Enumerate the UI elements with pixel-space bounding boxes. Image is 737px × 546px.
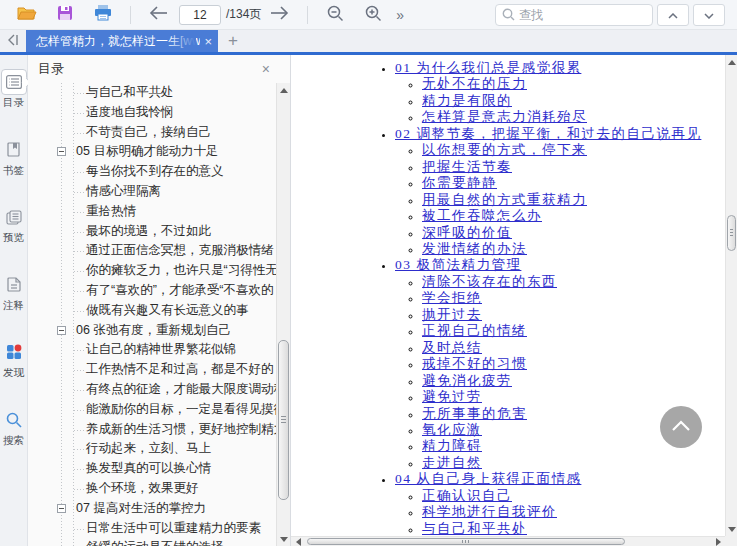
- sidebar-item-toc[interactable]: 目录: [0, 69, 27, 109]
- toc-scroll-thumb[interactable]: [278, 340, 289, 500]
- doc-outline-link[interactable]: 01 为什么我们总是感觉很累: [395, 60, 581, 75]
- doc-outline-link[interactable]: 精力是有限的: [422, 93, 512, 108]
- toc-item[interactable]: 每当你找不到存在的意义: [28, 162, 276, 182]
- doc-outline-link[interactable]: 无处不在的压力: [422, 76, 527, 91]
- toc-item[interactable]: 养成新的生活习惯，更好地控制精力: [28, 420, 276, 440]
- page-number-input[interactable]: [179, 5, 221, 25]
- document-horizontal-scrollbar[interactable]: [291, 536, 725, 546]
- sidebar-item-preview[interactable]: 预览: [0, 204, 27, 244]
- toc-item[interactable]: 有了“喜欢的”，才能承受“不喜欢的: [28, 281, 276, 301]
- toc-item[interactable]: 有终点的征途，才能最大限度调动积极: [28, 380, 276, 400]
- toc-collapse-icon[interactable]: [57, 504, 66, 513]
- search-input[interactable]: [519, 8, 646, 22]
- sidebar-item-discover[interactable]: 发现: [0, 339, 27, 379]
- toc-item[interactable]: 重拾热情: [28, 202, 276, 222]
- document-tab[interactable]: 怎样管精力，就怎样过一生[www ×: [26, 30, 218, 52]
- toc-item-label: 行动起来，立刻、马上: [86, 441, 211, 455]
- save-button[interactable]: [52, 3, 78, 27]
- doc-outline-link[interactable]: 无所事事的危害: [422, 406, 527, 421]
- doc-outline-link[interactable]: 怎样算是意志力消耗殆尽: [422, 109, 587, 124]
- doc-outline-link[interactable]: 避免过劳: [422, 389, 482, 404]
- doc-outline-link[interactable]: 深呼吸的价值: [422, 225, 512, 240]
- doc-outline-link[interactable]: 发泄情绪的办法: [422, 241, 527, 256]
- doc-outline-link[interactable]: 被工作吞噬怎么办: [422, 208, 542, 223]
- doc-outline-link[interactable]: 氧化应激: [422, 422, 482, 437]
- find-previous-button[interactable]: [657, 4, 689, 26]
- toc-tree-connector: [74, 430, 84, 431]
- toc-item[interactable]: 不苛责自己，接纳自己: [28, 123, 276, 143]
- sidebar-item-note[interactable]: 注释: [0, 272, 27, 312]
- doc-scroll-thumb[interactable]: [727, 215, 736, 251]
- sidebar-item-bookmark[interactable]: 书签: [0, 137, 27, 177]
- zoom-out-button[interactable]: [322, 3, 348, 27]
- toc-item[interactable]: 06 张弛有度，重新规划自己: [28, 321, 276, 341]
- toc-collapse-icon[interactable]: [57, 326, 66, 335]
- toc-item[interactable]: 05 目标明确才能动力十足: [28, 142, 276, 162]
- doc-outline-link[interactable]: 抛开过去: [422, 307, 482, 322]
- doc-outline-link[interactable]: 04 从自己身上获得正面情感: [395, 471, 581, 486]
- toolbar-overflow-button[interactable]: »: [396, 7, 404, 23]
- doc-outline-link[interactable]: 学会拒绝: [422, 290, 482, 305]
- open-file-button[interactable]: [14, 3, 40, 27]
- find-next-button[interactable]: [693, 4, 725, 26]
- toc-item[interactable]: 最坏的境遇，不过如此: [28, 222, 276, 242]
- doc-outline-link[interactable]: 戒掉不好的习惯: [422, 356, 527, 371]
- doc-outline-link[interactable]: 正视自己的情绪: [422, 323, 527, 338]
- toc-item[interactable]: 07 提高对生活的掌控力: [28, 499, 276, 519]
- toc-item[interactable]: 适度地自我怜悯: [28, 103, 276, 123]
- zoom-in-button[interactable]: [360, 3, 386, 27]
- toc-scrollbar[interactable]: [276, 83, 290, 546]
- doc-outline-link[interactable]: 清除不该存在的东西: [422, 274, 557, 289]
- toc-item-label: 养成新的生活习惯，更好地控制精力: [86, 422, 276, 436]
- document-vertical-scrollbar[interactable]: [725, 55, 737, 536]
- doc-scroll-down-arrow[interactable]: [726, 522, 737, 536]
- doc-outline-link[interactable]: 02 调整节奏，把握平衡，和过去的自己说再见: [395, 126, 701, 141]
- print-button[interactable]: [90, 3, 116, 27]
- doc-scroll-left-arrow[interactable]: [291, 537, 305, 546]
- tab-close-icon[interactable]: ×: [204, 35, 212, 48]
- doc-outline-link[interactable]: 用最自然的方式重获精力: [422, 192, 587, 207]
- doc-scroll-right-arrow[interactable]: [711, 537, 725, 546]
- toc-scroll-up-arrow[interactable]: [277, 83, 290, 97]
- toc-item[interactable]: 让自己的精神世界繁花似锦: [28, 340, 276, 360]
- doc-outline-link[interactable]: 走进自然: [422, 455, 482, 470]
- toc-item[interactable]: 能激励你的目标，一定是看得见摸得着: [28, 400, 276, 420]
- toc-item-label: 05 目标明确才能动力十足: [76, 144, 218, 158]
- outline-sublist: 以你想要的方式，停下来把握生活节奏你需要静静用最自然的方式重获精力被工作吞噬怎么…: [395, 142, 737, 257]
- next-page-button[interactable]: [267, 3, 293, 27]
- collapse-tab-list-button[interactable]: [0, 30, 26, 52]
- doc-hscroll-thumb[interactable]: [307, 538, 625, 545]
- toc-item[interactable]: 工作热情不足和过高，都是不好的: [28, 360, 276, 380]
- doc-outline-link[interactable]: 及时总结: [422, 340, 482, 355]
- doc-outline-link[interactable]: 科学地进行自我评价: [422, 504, 557, 519]
- doc-outline-link[interactable]: 精力障碍: [422, 438, 482, 453]
- doc-outline-link[interactable]: 03 极简法精力管理: [395, 257, 521, 272]
- doc-outline-link[interactable]: 以你想要的方式，停下来: [422, 142, 587, 157]
- toc-item-label: 有了“喜欢的”，才能承受“不喜欢的: [86, 283, 274, 297]
- doc-scroll-up-arrow[interactable]: [726, 55, 737, 69]
- toc-item[interactable]: 你的瘫软乏力，也许只是“习得性无助: [28, 261, 276, 281]
- doc-outline-link[interactable]: 你需要静静: [422, 175, 497, 190]
- new-tab-button[interactable]: +: [218, 30, 248, 52]
- toc-item[interactable]: 换个环境，效果更好: [28, 479, 276, 499]
- toc-scroll-down-arrow[interactable]: [277, 532, 290, 546]
- toc-item[interactable]: 舒缓的运动是不错的选择: [28, 538, 276, 546]
- toc-item[interactable]: 与自己和平共处: [28, 83, 276, 103]
- back-to-top-button[interactable]: [660, 406, 702, 448]
- toc-collapse-icon[interactable]: [57, 147, 66, 156]
- toc-close-icon[interactable]: ×: [262, 61, 270, 77]
- doc-outline-link[interactable]: 与自己和平共处: [422, 521, 527, 536]
- doc-outline-link[interactable]: 避免消化疲劳: [422, 373, 512, 388]
- toc-item[interactable]: 换发型真的可以换心情: [28, 459, 276, 479]
- toc-item[interactable]: 日常生活中可以重建精力的要素: [28, 519, 276, 539]
- doc-outline-link[interactable]: 把握生活节奏: [422, 159, 512, 174]
- doc-outline-link[interactable]: 正确认识自己: [422, 488, 512, 503]
- toc-item[interactable]: 做既有兴趣又有长远意义的事: [28, 301, 276, 321]
- sidebar-item-search[interactable]: 搜索: [0, 407, 27, 447]
- prev-page-button[interactable]: [145, 3, 171, 27]
- toc-item[interactable]: 行动起来，立刻、马上: [28, 439, 276, 459]
- outline-section: 01 为什么我们总是感觉很累无处不在的压力精力是有限的怎样算是意志力消耗殆尽: [395, 60, 737, 126]
- toc-item[interactable]: 通过正面信念冥想，克服消极情绪: [28, 241, 276, 261]
- toc-item[interactable]: 情感心理隔离: [28, 182, 276, 202]
- chevron-up-icon: [668, 7, 678, 22]
